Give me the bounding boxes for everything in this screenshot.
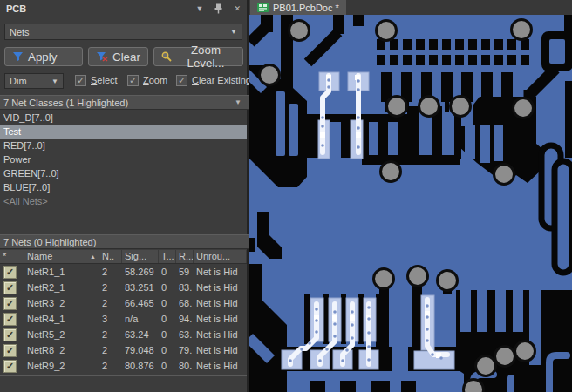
clear-existing-checkbox[interactable]: ✓ (176, 75, 187, 86)
col-name[interactable]: Name ▲ (24, 250, 99, 263)
pin-icon[interactable] (214, 3, 223, 14)
row-checkbox[interactable]: ✓ (3, 344, 17, 357)
apply-label: Apply (28, 51, 57, 64)
nets-table-header: * Name ▲ N.. Sig... T... R... Unrou... (0, 250, 247, 264)
sort-asc-icon: ▲ (90, 250, 96, 263)
table-row[interactable]: ✓ NetR2_1 2 83.251 0 83. Net is Hid (0, 280, 247, 295)
zoom-level-button[interactable]: Zoom Level... (153, 47, 243, 66)
clear-label: Clear (112, 51, 140, 64)
apply-button[interactable]: Apply (4, 47, 83, 66)
net-class-item[interactable]: Power (0, 152, 247, 166)
net-class-item[interactable]: <All Nets> (0, 194, 247, 208)
net-class-item[interactable]: GREEN[7..0] (0, 166, 247, 180)
panel-title: PCB (6, 3, 26, 14)
pcb-layout (249, 15, 572, 392)
dim-value: Dim (10, 76, 27, 86)
row-checkbox[interactable]: ✓ (3, 297, 17, 310)
zoom-checkbox[interactable]: ✓ (127, 75, 139, 86)
row-checkbox[interactable]: ✓ (3, 266, 17, 279)
net-class-item[interactable]: RED[7..0] (0, 139, 247, 152)
chevron-down-icon[interactable]: ▼ (235, 98, 242, 106)
funnel-icon (12, 51, 24, 62)
dim-select[interactable]: Dim ▼ (4, 73, 64, 89)
net-classes-header: 7 Net Classes (1 Highlighted) ▼ (0, 95, 249, 110)
pcb-panel: PCB ▼ ✕ Nets ▼ Apply Clear (0, 0, 249, 392)
table-row[interactable]: ✓ NetR3_2 2 66.465 0 68. Net is Hid (0, 295, 247, 311)
select-checkbox[interactable]: ✓ (75, 75, 86, 86)
net-class-item[interactable]: BLUE[7..0] (0, 180, 247, 194)
nets-table: ✓ NetR1_1 2 58.269 0 59 Net is Hid ✓ Net… (0, 264, 247, 374)
zoom-label: Zoom (143, 75, 167, 85)
table-row[interactable]: ✓ NetR5_2 2 63.24 0 63. Net is Hid (0, 327, 247, 342)
table-row[interactable]: ✓ NetR9_2 2 80.876 0 80. Net is Hid (0, 358, 247, 374)
table-row[interactable]: ✓ NetR4_1 3 n/a 0 94. Net is Hid (0, 311, 247, 327)
col-t[interactable]: T... (159, 250, 176, 263)
net-classes-header-label: 7 Net Classes (1 Highlighted) (3, 98, 128, 108)
magnifier-icon (161, 51, 172, 62)
col-selected[interactable]: * (0, 250, 24, 263)
tab-label: PB01.PcbDoc * (273, 3, 339, 13)
nets-header-label: 7 Nets (0 Highlighted) (3, 237, 96, 247)
col-signal[interactable]: Sig... (122, 250, 159, 263)
panel-header: PCB ▼ ✕ (0, 0, 247, 17)
close-icon[interactable]: ✕ (234, 4, 241, 13)
panel-mode-select[interactable]: Nets ▼ (4, 24, 242, 40)
pcb-document-icon (257, 3, 269, 12)
select-label: Select (91, 75, 118, 85)
net-class-item[interactable]: VID_D[7..0] (0, 111, 247, 125)
panel-mode-value: Nets (10, 27, 30, 37)
table-row[interactable]: ✓ NetR1_1 2 58.269 0 59 Net is Hid (0, 264, 247, 280)
funnel-clear-icon (96, 51, 108, 62)
document-tab-bar: PB01.PcbDoc * (249, 0, 572, 15)
application-window: PCB ▼ ✕ Nets ▼ Apply Clear (0, 0, 572, 392)
col-unrouted[interactable]: Unrou... (194, 250, 247, 263)
row-checkbox[interactable]: ✓ (3, 313, 17, 326)
net-classes-list: VID_D[7..0] Test RED[7..0] Power GREEN[7… (0, 111, 247, 208)
options-row: Dim ▼ ✓ Select ✓ Zoom ✓ Clear Existing (0, 73, 249, 90)
row-checkbox[interactable]: ✓ (3, 360, 17, 373)
row-checkbox[interactable]: ✓ (3, 281, 17, 294)
nets-header: 7 Nets (0 Highlighted) (0, 234, 249, 249)
panel-menu-dropdown-icon[interactable]: ▼ (196, 4, 204, 13)
clear-existing-label: Clear Existing (192, 75, 251, 85)
col-routed[interactable]: R... (176, 250, 194, 263)
net-class-item[interactable]: Test (0, 125, 247, 139)
tab-pcbdoc[interactable]: PB01.PcbDoc * (250, 0, 346, 15)
pcb-editor-canvas[interactable] (249, 15, 572, 392)
zoom-level-label: Zoom Level... (176, 44, 235, 70)
col-nodes[interactable]: N.. (99, 250, 122, 263)
clear-button[interactable]: Clear (88, 47, 148, 66)
table-row[interactable]: ✓ NetR8_2 2 79.048 0 79. Net is Hid (0, 342, 247, 358)
chevron-down-icon: ▼ (51, 78, 58, 85)
chevron-down-icon: ▼ (230, 28, 237, 36)
row-checkbox[interactable]: ✓ (3, 328, 17, 341)
panel-divider (0, 375, 247, 376)
